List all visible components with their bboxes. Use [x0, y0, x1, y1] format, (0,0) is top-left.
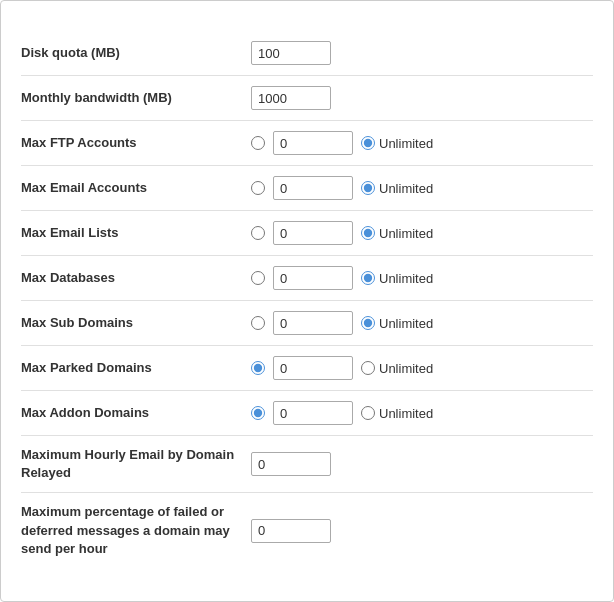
radio-number-max-email-accounts[interactable] [251, 181, 265, 195]
radio-unlimited-option-max-databases[interactable]: Unlimited [361, 271, 433, 286]
control-max-addon-domains: Unlimited [251, 401, 593, 425]
radio-unlimited-max-sub-domains[interactable] [361, 316, 375, 330]
radio-number-max-sub-domains[interactable] [251, 316, 265, 330]
number-input-max-email-accounts[interactable] [273, 176, 353, 200]
label-max-addon-domains: Max Addon Domains [21, 404, 251, 422]
radio-unlimited-option-max-addon-domains[interactable]: Unlimited [361, 406, 433, 421]
input-disk-quota[interactable] [251, 41, 331, 65]
label-max-hourly-email: Maximum Hourly Email by Domain Relayed [21, 446, 251, 482]
form-row-max-hourly-email: Maximum Hourly Email by Domain Relayed [21, 436, 593, 493]
radio-unlimited-option-max-ftp-accounts[interactable]: Unlimited [361, 136, 433, 151]
radio-unlimited-max-parked-domains[interactable] [361, 361, 375, 375]
radio-number-option-max-parked-domains[interactable] [251, 361, 265, 375]
unlimited-label-max-ftp-accounts: Unlimited [379, 136, 433, 151]
number-input-max-parked-domains[interactable] [273, 356, 353, 380]
unlimited-label-max-databases: Unlimited [379, 271, 433, 286]
unlimited-label-max-parked-domains: Unlimited [379, 361, 433, 376]
form-row-max-failed-percent: Maximum percentage of failed or deferred… [21, 493, 593, 568]
radio-unlimited-max-databases[interactable] [361, 271, 375, 285]
radio-number-option-max-email-lists[interactable] [251, 226, 265, 240]
radio-number-max-parked-domains[interactable] [251, 361, 265, 375]
number-input-max-addon-domains[interactable] [273, 401, 353, 425]
unlimited-label-max-email-lists: Unlimited [379, 226, 433, 241]
input-max-hourly-email[interactable] [251, 452, 331, 476]
radio-number-max-addon-domains[interactable] [251, 406, 265, 420]
radio-number-option-max-sub-domains[interactable] [251, 316, 265, 330]
label-max-databases: Max Databases [21, 269, 251, 287]
label-max-failed-percent: Maximum percentage of failed or deferred… [21, 503, 251, 558]
radio-number-max-databases[interactable] [251, 271, 265, 285]
form-row-max-databases: Max DatabasesUnlimited [21, 256, 593, 301]
unlimited-label-max-addon-domains: Unlimited [379, 406, 433, 421]
radio-unlimited-max-addon-domains[interactable] [361, 406, 375, 420]
form-row-max-ftp-accounts: Max FTP AccountsUnlimited [21, 121, 593, 166]
control-max-ftp-accounts: Unlimited [251, 131, 593, 155]
radio-unlimited-option-max-email-lists[interactable]: Unlimited [361, 226, 433, 241]
input-monthly-bandwidth[interactable] [251, 86, 331, 110]
label-max-email-lists: Max Email Lists [21, 224, 251, 242]
input-max-failed-percent[interactable] [251, 519, 331, 543]
number-input-max-ftp-accounts[interactable] [273, 131, 353, 155]
label-monthly-bandwidth: Monthly bandwidth (MB) [21, 89, 251, 107]
form-row-max-email-lists: Max Email ListsUnlimited [21, 211, 593, 256]
radio-unlimited-option-max-email-accounts[interactable]: Unlimited [361, 181, 433, 196]
radio-number-option-max-addon-domains[interactable] [251, 406, 265, 420]
control-max-failed-percent [251, 519, 593, 543]
number-input-max-sub-domains[interactable] [273, 311, 353, 335]
form-row-monthly-bandwidth: Monthly bandwidth (MB) [21, 76, 593, 121]
label-max-sub-domains: Max Sub Domains [21, 314, 251, 332]
form-row-max-sub-domains: Max Sub DomainsUnlimited [21, 301, 593, 346]
control-max-email-accounts: Unlimited [251, 176, 593, 200]
control-max-email-lists: Unlimited [251, 221, 593, 245]
form-rows: Disk quota (MB)Monthly bandwidth (MB)Max… [21, 31, 593, 568]
radio-unlimited-option-max-parked-domains[interactable]: Unlimited [361, 361, 433, 376]
radio-unlimited-max-email-accounts[interactable] [361, 181, 375, 195]
number-input-max-databases[interactable] [273, 266, 353, 290]
label-max-ftp-accounts: Max FTP Accounts [21, 134, 251, 152]
radio-unlimited-option-max-sub-domains[interactable]: Unlimited [361, 316, 433, 331]
unlimited-label-max-email-accounts: Unlimited [379, 181, 433, 196]
control-disk-quota [251, 41, 593, 65]
radio-number-option-max-ftp-accounts[interactable] [251, 136, 265, 150]
control-monthly-bandwidth [251, 86, 593, 110]
control-max-parked-domains: Unlimited [251, 356, 593, 380]
label-disk-quota: Disk quota (MB) [21, 44, 251, 62]
radio-unlimited-max-ftp-accounts[interactable] [361, 136, 375, 150]
control-max-sub-domains: Unlimited [251, 311, 593, 335]
radio-number-max-email-lists[interactable] [251, 226, 265, 240]
radio-number-option-max-email-accounts[interactable] [251, 181, 265, 195]
unlimited-label-max-sub-domains: Unlimited [379, 316, 433, 331]
radio-number-max-ftp-accounts[interactable] [251, 136, 265, 150]
form-row-max-parked-domains: Max Parked DomainsUnlimited [21, 346, 593, 391]
radio-unlimited-max-email-lists[interactable] [361, 226, 375, 240]
number-input-max-email-lists[interactable] [273, 221, 353, 245]
form-row-max-addon-domains: Max Addon DomainsUnlimited [21, 391, 593, 436]
radio-number-option-max-databases[interactable] [251, 271, 265, 285]
control-max-databases: Unlimited [251, 266, 593, 290]
control-max-hourly-email [251, 452, 593, 476]
label-max-email-accounts: Max Email Accounts [21, 179, 251, 197]
label-max-parked-domains: Max Parked Domains [21, 359, 251, 377]
resources-panel: Disk quota (MB)Monthly bandwidth (MB)Max… [0, 0, 614, 602]
form-row-max-email-accounts: Max Email AccountsUnlimited [21, 166, 593, 211]
form-row-disk-quota: Disk quota (MB) [21, 31, 593, 76]
